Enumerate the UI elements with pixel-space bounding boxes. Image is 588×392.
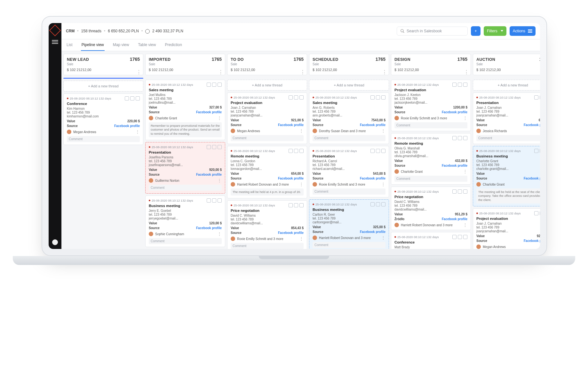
source-link[interactable]: Facebook profile xyxy=(278,123,304,127)
card-more-icon[interactable]: ⋮ xyxy=(463,117,467,119)
card-more-icon[interactable]: ⋮ xyxy=(299,238,304,239)
tab-pipeline-view[interactable]: Pipeline view xyxy=(81,39,105,51)
calendar-icon[interactable] xyxy=(130,96,134,100)
thread-card[interactable]: 25-08-2020 08:10:12 132 daysConferenceMa… xyxy=(391,232,471,249)
comment-input[interactable]: Comment xyxy=(476,135,540,141)
source-link[interactable]: Facebook profile xyxy=(524,177,540,180)
card-action-icons[interactable] xyxy=(534,95,540,100)
comment-input[interactable]: Comment xyxy=(313,135,385,141)
archive-icon[interactable] xyxy=(218,83,222,87)
source-link[interactable]: Facebook profile xyxy=(360,177,385,180)
calendar-icon[interactable] xyxy=(458,189,462,194)
archive-icon[interactable] xyxy=(381,202,385,206)
clipboard-icon[interactable] xyxy=(534,95,538,100)
column-more-icon[interactable]: ⋮ xyxy=(136,72,141,73)
comment-input[interactable]: Comment xyxy=(231,243,304,249)
add-thread-button[interactable]: Add a new thread xyxy=(63,81,143,92)
clipboard-icon[interactable] xyxy=(370,202,375,206)
column-more-icon[interactable]: ⋮ xyxy=(464,72,469,73)
card-action-icons[interactable] xyxy=(370,149,385,153)
calendar-icon[interactable] xyxy=(294,149,298,153)
archive-icon[interactable] xyxy=(463,136,467,140)
card-action-icons[interactable] xyxy=(289,95,304,100)
add-thread-button[interactable]: Add a new thread xyxy=(227,80,307,91)
card-action-icons[interactable] xyxy=(207,198,222,203)
thread-card[interactable]: 25-08-2020 08:10:12 132 daysPresentation… xyxy=(473,92,540,144)
thread-card[interactable]: 25-08-2020 08:10:12 132 daysSales meetin… xyxy=(309,92,389,144)
thread-card[interactable]: 25-08-2020 08:10:12 132 daysConferenceKi… xyxy=(63,93,143,145)
card-action-icons[interactable] xyxy=(289,203,304,207)
thread-card[interactable]: 25-08-2020 08:10:12 132 daysPresentation… xyxy=(309,146,389,197)
calendar-icon[interactable] xyxy=(212,198,216,203)
card-action-icons[interactable] xyxy=(452,136,467,140)
archive-icon[interactable] xyxy=(381,95,385,100)
clipboard-icon[interactable] xyxy=(207,145,211,149)
card-action-icons[interactable] xyxy=(452,189,467,194)
source-link[interactable]: Facebook profile xyxy=(524,123,540,127)
card-more-icon[interactable]: ⋮ xyxy=(299,130,304,132)
source-link[interactable]: Facebook profile xyxy=(196,110,222,114)
source-link[interactable]: Facebook profile xyxy=(442,164,467,167)
archive-icon[interactable] xyxy=(463,83,467,87)
clipboard-icon[interactable] xyxy=(125,96,129,100)
archive-icon[interactable] xyxy=(218,145,222,149)
source-link[interactable]: Facebook profile xyxy=(196,173,222,176)
card-action-icons[interactable] xyxy=(370,202,385,206)
actions-button[interactable]: Actions xyxy=(510,26,536,36)
archive-icon[interactable] xyxy=(299,149,304,153)
clipboard-icon[interactable] xyxy=(207,198,211,203)
clipboard-icon[interactable] xyxy=(370,95,375,100)
menu-icon[interactable] xyxy=(52,39,58,45)
source-link[interactable]: Facebook profile xyxy=(360,230,385,234)
comment-input[interactable]: Comment xyxy=(231,135,304,141)
calendar-icon[interactable] xyxy=(212,83,216,87)
column-more-icon[interactable]: ⋮ xyxy=(300,72,305,73)
pipeline-board[interactable]: NEW LEAD1765Sale$ 102 21212,00⋮Add a new… xyxy=(61,51,540,249)
add-thread-button[interactable]: Add a new thread xyxy=(473,80,540,91)
card-action-icons[interactable] xyxy=(534,149,540,153)
archive-icon[interactable] xyxy=(299,203,304,207)
column-more-icon[interactable]: ⋮ xyxy=(218,72,223,73)
thread-card[interactable]: 25-08-2020 08:10:12 132 daysProject eval… xyxy=(473,208,540,249)
calendar-icon[interactable] xyxy=(212,145,216,149)
archive-icon[interactable] xyxy=(299,95,304,100)
card-more-icon[interactable]: ⋮ xyxy=(217,233,222,235)
source-link[interactable]: Facebook profile xyxy=(278,177,304,180)
clipboard-icon[interactable] xyxy=(207,83,211,87)
card-more-icon[interactable]: ⋮ xyxy=(299,184,304,185)
thread-card[interactable]: 25-08-2020 08:10:12 132 daysSales meetin… xyxy=(145,80,225,140)
comment-input[interactable]: Comment xyxy=(149,238,222,244)
clipboard-icon[interactable] xyxy=(452,136,457,140)
archive-icon[interactable] xyxy=(381,149,385,153)
tab-table-view[interactable]: Table view xyxy=(137,39,156,51)
add-thread-button[interactable]: Add a new thread xyxy=(309,80,389,91)
thread-card[interactable]: 25-08-2020 08:10:12 132 daysBusiness mee… xyxy=(473,146,540,206)
comment-input[interactable]: Comment xyxy=(313,188,385,195)
source-link[interactable]: Facebook profile xyxy=(442,217,467,221)
column-more-icon[interactable]: ⋮ xyxy=(382,72,387,73)
comment-input[interactable]: Comment xyxy=(149,185,222,191)
clipboard-icon[interactable] xyxy=(289,149,293,153)
card-action-icons[interactable] xyxy=(452,235,467,239)
calendar-icon[interactable] xyxy=(458,136,462,140)
tab-prediction[interactable]: Prediction xyxy=(164,39,182,51)
source-link[interactable]: Facebook profile xyxy=(196,226,222,230)
source-link[interactable]: Facebook profile xyxy=(360,123,385,127)
thread-card[interactable]: 25-08-2020 08:10:12 132 daysRemote meeti… xyxy=(227,146,307,198)
calendar-icon[interactable] xyxy=(540,95,540,100)
card-more-icon[interactable]: ⋮ xyxy=(463,224,467,226)
clipboard-icon[interactable] xyxy=(289,203,293,207)
filters-button[interactable]: Filters xyxy=(484,26,506,36)
clipboard-icon[interactable] xyxy=(452,83,457,87)
thread-card[interactable]: 25-08-2020 08:10:12 132 daysProject eval… xyxy=(227,92,307,144)
calendar-icon[interactable] xyxy=(376,149,380,153)
card-more-icon[interactable]: ⋮ xyxy=(463,171,467,172)
clipboard-icon[interactable] xyxy=(534,211,538,215)
calendar-icon[interactable] xyxy=(294,95,298,100)
comment-input[interactable]: Comment xyxy=(394,176,467,182)
calendar-icon[interactable] xyxy=(458,83,462,87)
comment-input[interactable]: Comment xyxy=(313,242,385,248)
archive-icon[interactable] xyxy=(463,189,467,194)
thread-card[interactable]: 25-08-2020 08:10:12 132 daysBusiness mee… xyxy=(309,199,389,249)
archive-icon[interactable] xyxy=(463,235,467,239)
